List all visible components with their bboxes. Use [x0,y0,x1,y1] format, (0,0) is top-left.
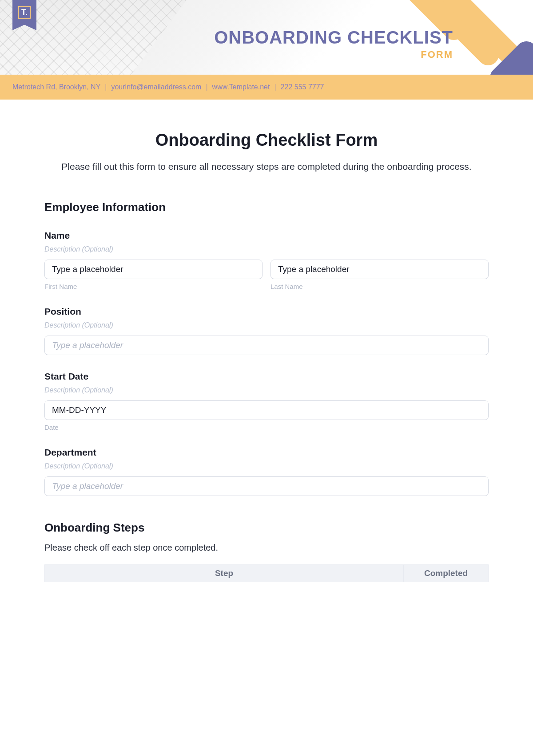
header-title-sub: FORM [214,49,453,60]
field-name: Name Description (Optional) First Name L… [44,230,489,290]
position-input[interactable] [44,336,489,355]
column-header-completed: Completed [404,565,488,582]
label-department: Department [44,447,489,458]
contact-address: Metrotech Rd, Brooklyn, NY [12,83,100,91]
contact-phone: 222 555 7777 [281,83,324,91]
steps-table-header: Step Completed [44,564,489,582]
section-onboarding-steps-title: Onboarding Steps [44,521,489,535]
header-title-main: ONBOARDING CHECKLIST [214,28,453,46]
desc-start-date: Description (Optional) [44,386,489,394]
first-name-input[interactable] [44,260,263,279]
contact-email: yourinfo@emailaddress.com [111,83,201,91]
label-start-date: Start Date [44,371,489,382]
page-body: Onboarding Checklist Form Please fill ou… [0,100,533,600]
page-description: Please fill out this form to ensure all … [44,160,489,174]
logo-text: T. [18,6,31,19]
page-title: Onboarding Checklist Form [44,131,489,150]
contact-info: Metrotech Rd, Brooklyn, NY | yourinfo@em… [0,75,533,100]
sublabel-first-name: First Name [44,283,263,290]
document-header: T. ONBOARDING CHECKLIST FORM Metrotech R… [0,0,533,100]
sublabel-date: Date [44,424,489,431]
field-start-date: Start Date Description (Optional) Date [44,371,489,431]
label-name: Name [44,230,489,241]
separator: | [206,83,207,91]
column-header-step: Step [45,565,404,582]
section-employee-info-title: Employee Information [44,200,489,214]
contact-website: www.Template.net [212,83,270,91]
start-date-input[interactable] [44,400,489,420]
field-department: Department Description (Optional) [44,447,489,496]
department-input[interactable] [44,476,489,496]
label-position: Position [44,306,489,317]
header-title-block: ONBOARDING CHECKLIST FORM [214,28,453,60]
separator: | [274,83,276,91]
field-position: Position Description (Optional) [44,306,489,355]
separator: | [105,83,107,91]
desc-name: Description (Optional) [44,245,489,253]
last-name-input[interactable] [270,260,489,279]
desc-department: Description (Optional) [44,462,489,470]
section-onboarding-steps-desc: Please check off each step once complete… [44,543,489,553]
desc-position: Description (Optional) [44,321,489,329]
sublabel-last-name: Last Name [270,283,489,290]
